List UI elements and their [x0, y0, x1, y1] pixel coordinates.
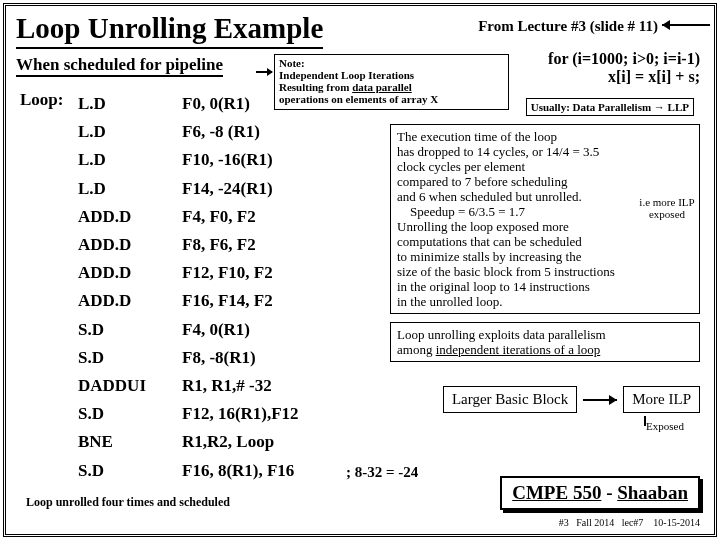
- code-op: ADD.D: [78, 203, 182, 231]
- code-arg: F4, 0(R1): [182, 316, 250, 344]
- code-arg: F14, -24(R1): [182, 175, 273, 203]
- arrow-left-icon: [662, 24, 710, 26]
- code-op: S.D: [78, 344, 182, 372]
- code-arg: F6, -8 (R1): [182, 118, 260, 146]
- code-row: DADDUIR1, R1,# -32: [78, 372, 299, 400]
- code-row: ADD.DF12, F10, F2: [78, 259, 299, 287]
- code-op: BNE: [78, 428, 182, 456]
- code-block: L.DF0, 0(R1)L.DF6, -8 (R1)L.DF10, -16(R1…: [78, 90, 299, 485]
- note-line1: Independent Loop Iterations: [279, 69, 504, 81]
- code-arg: F10, -16(R1): [182, 146, 273, 174]
- slide-title: Loop Unrolling Example: [16, 12, 323, 49]
- code-row: L.DF0, 0(R1): [78, 90, 299, 118]
- note-box: Note: Independent Loop Iterations Result…: [274, 54, 509, 110]
- code-op: S.D: [78, 316, 182, 344]
- exploit-box: Loop unrolling exploits data parallelism…: [390, 322, 700, 362]
- code-op: ADD.D: [78, 287, 182, 315]
- code-op: ADD.D: [78, 259, 182, 287]
- code-row: S.DF8, -8(R1): [78, 344, 299, 372]
- loop-label: Loop:: [20, 90, 63, 110]
- code-op: L.D: [78, 175, 182, 203]
- larger-right: More ILP: [623, 386, 700, 413]
- code-arg: F0, 0(R1): [182, 90, 250, 118]
- for-line2: x[i] = x[i] + s;: [548, 68, 700, 86]
- code-arg: F16, F14, F2: [182, 287, 273, 315]
- line-icon: [644, 416, 646, 426]
- ilp-side-note: i.e more ILP exposed: [636, 196, 698, 220]
- scheduled-heading: When scheduled for pipeline: [16, 55, 223, 77]
- bottom-note: Loop unrolled four times and scheduled: [26, 495, 230, 510]
- code-row: S.DF12, 16(R1),F12: [78, 400, 299, 428]
- arrow-right-large-icon: [583, 399, 617, 401]
- code-arg: F8, F6, F2: [182, 231, 256, 259]
- larger-left: Larger Basic Block: [443, 386, 577, 413]
- code-row: BNER1,R2, Loop: [78, 428, 299, 456]
- usually-box: Usually: Data Parallelism → LLP: [526, 98, 694, 116]
- code-arg: R1,R2, Loop: [182, 428, 274, 456]
- code-op: DADDUI: [78, 372, 182, 400]
- code-arg: F8, -8(R1): [182, 344, 256, 372]
- for-loop: for (i=1000; i>0; i=i-1) x[i] = x[i] + s…: [548, 50, 700, 86]
- for-line1: for (i=1000; i>0; i=i-1): [548, 50, 700, 68]
- code-arg: F16, 8(R1), F16: [182, 457, 294, 485]
- code-op: L.D: [78, 90, 182, 118]
- code-op: L.D: [78, 146, 182, 174]
- note-line2: Resulting from data parallel: [279, 81, 504, 93]
- exploit-l2: among independent iterations of a loop: [397, 342, 693, 357]
- code-arg: R1, R1,# -32: [182, 372, 272, 400]
- code-row: ADD.DF16, F14, F2: [78, 287, 299, 315]
- code-arg: F12, 16(R1),F12: [182, 400, 299, 428]
- code-row: ADD.DF8, F6, F2: [78, 231, 299, 259]
- exploit-l1: Loop unrolling exploits data parallelism: [397, 327, 693, 342]
- code-op: L.D: [78, 118, 182, 146]
- note-heading: Note:: [279, 57, 504, 69]
- exposed-label: Exposed: [646, 420, 684, 432]
- larger-block-diagram: Larger Basic Block More ILP: [443, 386, 700, 413]
- code-row: L.DF10, -16(R1): [78, 146, 299, 174]
- eq-annotation: ; 8-32 = -24: [346, 464, 418, 481]
- lecture-ref: From Lecture #3 (slide # 11): [478, 18, 658, 35]
- arrow-right-icon: [256, 71, 272, 73]
- code-op: S.D: [78, 400, 182, 428]
- code-row: S.DF4, 0(R1): [78, 316, 299, 344]
- code-arg: F12, F10, F2: [182, 259, 273, 287]
- code-row: ADD.DF4, F0, F2: [78, 203, 299, 231]
- code-op: S.D: [78, 457, 182, 485]
- note-line3: operations on elements of array X: [279, 93, 504, 105]
- slide-frame: Loop Unrolling Example From Lecture #3 (…: [3, 3, 717, 537]
- date-line: #3 Fall 2014 lec#7 10-15-2014: [559, 517, 700, 528]
- course-box: CMPE 550 - Shaaban: [500, 476, 700, 510]
- code-row: L.DF6, -8 (R1): [78, 118, 299, 146]
- code-op: ADD.D: [78, 231, 182, 259]
- code-arg: F4, F0, F2: [182, 203, 256, 231]
- code-row: L.DF14, -24(R1): [78, 175, 299, 203]
- code-row: S.DF16, 8(R1), F16: [78, 457, 299, 485]
